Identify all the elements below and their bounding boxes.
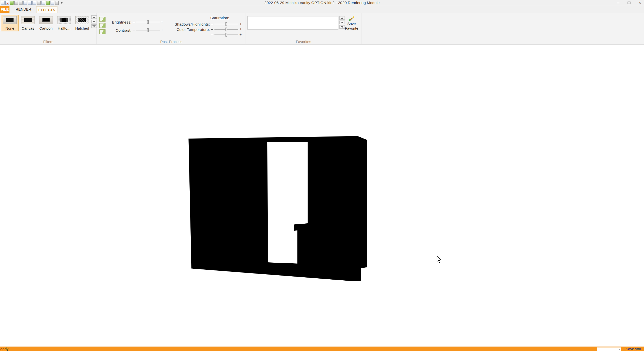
filter-canvas[interactable]: Canvas [19,15,37,31]
filter-label: Cartoon [37,26,55,30]
post-process-tool-icon-3[interactable] [99,29,105,34]
slider-track[interactable] [214,27,238,32]
filter-none[interactable]: None [1,15,19,31]
up-arrow-icon [341,17,344,18]
slider-track[interactable] [214,32,238,37]
slider-thumb[interactable] [225,22,227,26]
saturation-slider[interactable]: – + [211,32,242,37]
slider-thumb[interactable] [225,28,227,31]
contrast-row: Contrast: – + [105,28,163,33]
group-label-post-process: Post-Process [97,40,246,44]
slider-minus[interactable]: – [211,22,213,26]
export-icon[interactable] [5,1,9,5]
paste-icon[interactable] [32,1,36,5]
slider-plus[interactable]: + [240,33,242,37]
tab-render[interactable]: RENDER [13,6,34,13]
minimize-button[interactable]: – [616,0,621,5]
post-process-tool-icon-1[interactable] [99,17,105,22]
window-title: 2022-06-29 Michiko Vanity OPTION.kit:2 -… [0,0,644,5]
close-button[interactable]: × [637,0,642,5]
ribbon-tab-bar: FILE RENDER EFFECTS [0,6,644,13]
filter-halftone[interactable]: Halfto... [55,15,73,31]
filter-label: Canvas [19,26,36,30]
brightness-slider[interactable]: – + [133,20,163,24]
slider-plus[interactable]: + [161,20,163,24]
maximize-button[interactable] [626,0,632,5]
gallery-scroll-down-icon[interactable] [91,20,97,24]
slider-track[interactable] [136,20,160,24]
brightness-label: Brightness: [105,20,132,24]
slider-minus[interactable]: – [211,33,213,37]
undo-icon[interactable] [37,1,41,5]
slider-minus[interactable]: – [211,28,213,31]
tab-effects[interactable]: EFFECTS [36,6,57,13]
color-temperature-label: Color Temperature: [167,27,210,32]
report-icon[interactable] [51,1,54,5]
slider-minus[interactable]: – [133,20,135,24]
filter-none-thumbnail-icon [3,16,17,24]
magic-wand-icon [348,15,355,22]
page-setup-icon[interactable] [24,1,27,5]
ribbon-effects: None Canvas Cartoon Halfto... Hatched [0,13,644,45]
title-bar: 2022-06-29 Michiko Vanity OPTION.kit:2 -… [0,0,644,6]
save-icon[interactable] [1,1,5,5]
filter-label: Halfto... [55,26,73,30]
slider-track[interactable] [214,22,238,26]
vanity-render [0,45,644,347]
slider-thumb[interactable] [147,20,148,24]
slider-minus[interactable]: – [133,28,135,32]
quick-access-toolbar [1,1,63,5]
down-arrow-icon [93,21,95,22]
slider-thumb[interactable] [147,28,148,32]
down-arrow-icon [341,26,344,28]
color-temperature-row: Color Temperature: – + [167,27,242,32]
redo-icon[interactable] [41,1,45,5]
shadows-highlights-label: Shadows/Highlights: [167,22,210,26]
status-dropdown[interactable] [597,347,621,351]
slider-track[interactable] [136,28,160,32]
tab-file[interactable]: FILE [0,6,9,13]
mouse-cursor-icon [437,256,442,264]
filter-label: None [1,26,18,30]
cabinet-step [294,223,308,231]
slider-plus[interactable]: + [240,28,242,31]
filter-hatched[interactable]: Hatched [73,15,91,31]
status-bar: eady Save you [0,347,644,351]
status-text: eady [1,347,9,351]
up-arrow-icon [93,16,95,18]
color-temperature-slider[interactable]: – + [211,27,242,32]
post-process-tool-icon-2[interactable] [99,23,105,28]
filter-hatched-thumbnail-icon [75,16,89,24]
toolbar-overflow-icon[interactable] [60,2,63,4]
print-icon[interactable] [14,1,18,5]
save-link[interactable]: Save you [623,347,644,351]
saturation-label: Saturation: [210,16,229,20]
gallery-scroll-up-icon[interactable] [91,15,97,19]
more-line [92,25,96,26]
save-favorite-button[interactable]: Save Favorite [344,14,359,40]
slider-thumb[interactable] [225,33,227,37]
dropdown-arrow-icon [619,348,620,350]
gallery-more-icon[interactable] [91,24,97,28]
maximize-icon [628,2,630,4]
down-arrow-icon [341,22,344,23]
world-icon[interactable] [10,1,14,5]
copy-icon[interactable] [28,1,32,5]
favorites-list[interactable] [247,16,338,30]
catalog-icon[interactable] [46,1,50,5]
slider-plus[interactable]: + [240,22,242,26]
print-preview-icon[interactable] [19,1,23,5]
down-arrow-icon [93,25,95,27]
save-favorite-label-2: Favorite [345,26,358,30]
shadows-highlights-slider[interactable]: – + [211,22,242,26]
saturation-row: – + [167,32,242,37]
render-viewport[interactable] [0,45,644,347]
shadows-highlights-row: Shadows/Highlights: – + [167,21,242,27]
settings-icon[interactable] [55,1,59,5]
group-favorites: Save Favorite Favorites [246,13,361,44]
slider-plus[interactable]: + [161,28,163,32]
filter-cartoon[interactable]: Cartoon [37,15,55,31]
filter-canvas-thumbnail-icon [21,16,35,24]
window-controls: – × [616,0,643,5]
contrast-slider[interactable]: – + [133,28,163,32]
